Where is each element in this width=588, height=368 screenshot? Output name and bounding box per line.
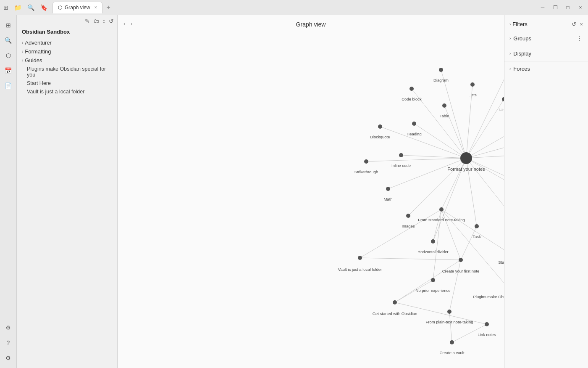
graph-node[interactable]: Get started with Obsidian [373,300,417,316]
graph-node[interactable]: Task [472,224,481,239]
node-circle [378,124,382,129]
graph-node[interactable]: Start Here [498,250,504,265]
activity-search-icon[interactable]: 🔍 [2,34,15,47]
graph-node[interactable]: Horizontal divider [417,239,448,254]
graph-node[interactable]: No prior experience [416,278,451,293]
restore-button[interactable]: ❐ [551,5,559,11]
activity-home-icon[interactable]: ⊞ [2,19,15,32]
bookmark-icon[interactable]: 🔖 [40,4,47,11]
panel-filters-left: › Filters [509,21,528,27]
panel-more-button[interactable]: ⋮ [576,34,583,42]
sidebar: ✎ 🗂 ↕ ↺ Obsidian Sandbox › Adventurer › … [17,15,118,368]
activity-bar: ⊞ 🔍 ⬡ 📅 📄 ⚙ ? ⚙ [0,15,17,368]
graph-edge [360,258,461,260]
graph-edge [441,158,466,209]
node-label: Start Here [498,260,504,265]
filters-close-icon[interactable]: × [580,21,583,27]
graph-node[interactable]: Plugins make Obsidian special for you [473,284,504,299]
close-window-button[interactable]: × [576,5,585,11]
sidebar-item-adventurer[interactable]: › Adventurer [18,38,116,47]
graph-node[interactable]: Code block [402,87,422,101]
activity-graph-icon[interactable]: ⬡ [2,49,15,62]
forces-chevron-icon: › [509,66,511,71]
graph-node[interactable]: From plain-text note-taking [426,310,473,324]
graph-node[interactable]: Create your first note [442,258,480,273]
graph-edge [466,158,504,190]
main-layout: ⊞ 🔍 ⬡ 📅 📄 ⚙ ? ⚙ ✎ 🗂 ↕ ↺ Obsidian Sandbox… [0,15,588,368]
panel-divider-2 [504,46,588,46]
node-circle [410,87,414,91]
node-circle [442,103,446,108]
node-label: Math [383,197,392,201]
graph-node[interactable]: Table [440,103,449,118]
back-button[interactable]: ‹ [122,19,127,28]
graph-node[interactable]: Strikethrough [354,159,378,174]
filters-refresh-icon[interactable]: ↺ [572,21,576,27]
panel-display-header[interactable]: › Display [504,47,588,60]
graph-node[interactable]: Images [402,214,415,228]
new-folder-icon[interactable]: 🗂 [93,18,99,24]
graph-node[interactable]: Create a vault [439,340,465,355]
node-circle [364,159,368,164]
graph-node[interactable]: From standard note-taking [418,207,465,222]
sidebar-item-start-here[interactable]: Start Here [18,79,116,87]
chevron-right-icon: › [22,40,23,45]
display-chevron-icon: › [509,51,511,56]
graph-edge [395,260,461,302]
graph-node[interactable]: Blockquote [370,124,390,139]
groups-label: Groups [513,35,531,42]
panel-filters-header[interactable]: › Filters ↺ × [504,19,588,30]
node-label: Vault is just a local folder [338,267,382,272]
panel-divider-1 [504,31,588,31]
filters-label: Filters [512,21,527,27]
sidebar-toggle-icon[interactable]: ⊞ [3,4,8,11]
folder-icon[interactable]: 📁 [14,4,21,11]
title-bar-right: ─ ❐ □ × [538,5,585,11]
forward-button[interactable]: › [129,19,134,28]
panel-forces-header[interactable]: › Forces [504,62,588,75]
node-circle [431,278,435,282]
panel-groups-header[interactable]: › Groups [504,32,588,45]
node-label: Diagram [433,78,449,82]
node-circle [393,300,397,304]
new-tab-button[interactable]: + [104,4,113,11]
graph-node[interactable]: Format your notes [447,152,485,172]
graph-area[interactable]: ‹ › Graph view Format your notesDiagramC… [118,15,504,368]
minimize-button[interactable]: ─ [538,5,547,11]
sort-icon[interactable]: ↕ [102,18,105,24]
node-label: Horizontal divider [417,249,448,254]
graph-node[interactable]: Diagram [433,68,449,82]
node-circle [450,340,454,344]
sidebar-file-tree: › Adventurer › Formatting › Guides Plugi… [17,38,117,368]
sidebar-item-plugins[interactable]: Plugins make Obsidian special for you [18,65,116,79]
activity-files-icon[interactable]: 📄 [2,79,15,93]
graph-view-tab[interactable]: ⬡ Graph view × [52,2,102,13]
graph-node[interactable]: Links [499,97,504,112]
graph-edge [433,209,441,241]
refresh-sidebar-icon[interactable]: ↺ [109,18,114,24]
node-label: Blockquote [370,135,390,139]
tab-graph-icon: ⬡ [58,5,62,11]
activity-calendar-icon[interactable]: 📅 [2,64,15,77]
edit-icon[interactable]: ✎ [85,18,90,24]
tab-close-button[interactable]: × [94,5,97,10]
sidebar-item-guides[interactable]: › Guides [18,56,116,65]
sidebar-item-guides-label: Guides [25,57,42,64]
activity-help-icon[interactable]: ? [2,336,15,349]
graph-edge [466,122,504,158]
activity-settings-icon[interactable]: ⚙ [2,351,15,365]
graph-node[interactable]: Lists [468,82,477,97]
node-circle [386,187,390,191]
node-label: No prior experience [416,288,451,293]
sidebar-item-vault-local[interactable]: Vault is just a local folder [18,87,116,96]
graph-node[interactable]: Heading [407,122,421,136]
node-label: From plain-text note-taking [426,320,473,324]
graph-node[interactable]: Link notes [478,322,496,337]
sidebar-item-formatting[interactable]: › Formatting [18,47,116,56]
activity-settings2-icon[interactable]: ⚙ [2,321,15,334]
graph-node[interactable]: Math [383,187,392,201]
maximize-button[interactable]: □ [564,5,572,11]
node-circle [470,82,475,87]
search-icon[interactable]: 🔍 [27,4,34,11]
node-label: Links [499,107,504,112]
